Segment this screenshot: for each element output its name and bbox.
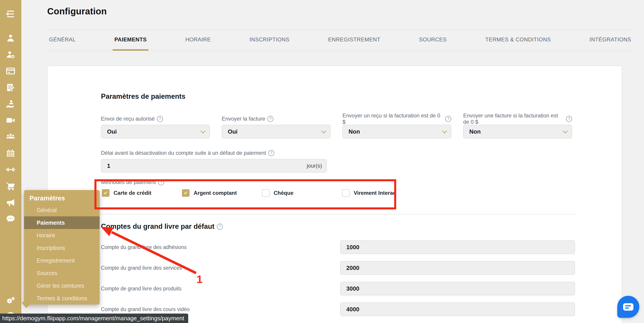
groups-icon[interactable] bbox=[6, 132, 16, 142]
ledger-adhesions-input[interactable]: 1000 bbox=[340, 240, 575, 254]
ledger-section-title-text: Comptes du grand livre par défaut bbox=[101, 222, 214, 230]
tab-paiements[interactable]: PAIEMENTS bbox=[113, 30, 149, 50]
tab-inscriptions[interactable]: INSCRIPTIONS bbox=[248, 30, 292, 50]
clients-icon[interactable] bbox=[6, 33, 16, 44]
payments-icon[interactable] bbox=[6, 66, 16, 76]
member-care-icon[interactable] bbox=[6, 99, 16, 109]
settings-popup-title: Paramètres bbox=[24, 190, 100, 204]
ledger-cours-video-input[interactable]: 4000 bbox=[340, 302, 575, 316]
field-label: Envoyer un reçu si la facturation est de… bbox=[342, 116, 451, 122]
field-label: Délai avant la désactivation du compte s… bbox=[101, 150, 327, 156]
contracts-icon[interactable] bbox=[6, 82, 16, 93]
help-icon[interactable]: ? bbox=[445, 116, 451, 122]
help-icon[interactable]: ? bbox=[217, 224, 223, 230]
facture-zero-select[interactable]: Non bbox=[463, 125, 572, 138]
menu-item-termes[interactable]: Termes & conditions bbox=[24, 292, 100, 304]
section-divider bbox=[101, 214, 576, 214]
settings-gear-icon[interactable] bbox=[6, 296, 16, 306]
ledger-section-title: Comptes du grand livre par défaut ? bbox=[101, 222, 575, 230]
menu-item-enregistrement[interactable]: Enregistrement bbox=[24, 254, 100, 267]
transfer-menu-icon[interactable] bbox=[6, 9, 16, 19]
payments-settings-card: Paramètres de paiements Envoi de reçu au… bbox=[47, 66, 622, 323]
delai-input[interactable]: 1 jour(s) bbox=[101, 159, 327, 172]
field-label: Méthodes de paiement ? bbox=[101, 179, 575, 186]
chat-widget-button[interactable] bbox=[617, 296, 639, 318]
menu-item-paiements[interactable]: Paiements bbox=[24, 216, 100, 229]
field-delai: Délai avant la désactivation du compte s… bbox=[101, 150, 327, 172]
payments-section-title: Paramètres de paiements bbox=[101, 92, 575, 100]
chevron-down-icon bbox=[200, 128, 206, 134]
payment-methods-block: Méthodes de paiement ? ✔ Carte de crédit… bbox=[101, 179, 575, 197]
help-icon[interactable]: ? bbox=[268, 150, 274, 156]
ledger-rows: Compte du grand livre des adhésions 1000… bbox=[101, 240, 575, 316]
chevron-down-icon bbox=[442, 128, 447, 134]
checkbox-checked[interactable]: ✔ bbox=[102, 189, 110, 197]
checkbox-checked[interactable]: ✔ bbox=[182, 189, 190, 197]
help-icon[interactable]: ? bbox=[566, 116, 572, 122]
page-title: Configuration bbox=[47, 6, 107, 16]
field-label: Envoyer une facture si la facturation es… bbox=[463, 116, 572, 122]
method-argent-comptant[interactable]: ✔ Argent comptant bbox=[182, 189, 262, 197]
page: Configuration GÉNÉRAL PAIEMENTS HORAIRE … bbox=[0, 0, 644, 323]
method-virement-interac[interactable]: Virement Interac bbox=[342, 189, 422, 197]
tab-integrations[interactable]: INTÉGRATIONS bbox=[588, 30, 633, 50]
ledger-row-services: Compte du grand livre des services 2000 bbox=[101, 261, 575, 275]
help-icon[interactable]: ? bbox=[158, 179, 164, 185]
payment-methods-row: ✔ Carte de crédit ✔ Argent comptant Chèq… bbox=[102, 189, 575, 197]
envoyer-facture-select[interactable]: Oui bbox=[222, 125, 330, 138]
menu-item-general[interactable]: Général bbox=[24, 204, 100, 216]
ledger-services-input[interactable]: 2000 bbox=[340, 261, 575, 275]
field-recu-zero: Envoyer un reçu si la facturation est de… bbox=[342, 116, 451, 138]
link-status-bar: https://demogym.fliipapp.com/management/… bbox=[0, 314, 188, 323]
chevron-down-icon bbox=[321, 128, 326, 134]
tab-horaire[interactable]: HORAIRE bbox=[184, 30, 213, 50]
field-label: Envoi de reçu autorisé ? bbox=[101, 116, 210, 122]
menu-item-ceintures[interactable]: Gérer les ceintures bbox=[24, 279, 100, 292]
shop-cart-icon[interactable] bbox=[6, 181, 16, 191]
field-label: Envoyer la facture ? bbox=[222, 116, 330, 122]
envoi-recu-select[interactable]: Oui bbox=[101, 125, 210, 138]
checkbox-unchecked[interactable] bbox=[262, 189, 270, 197]
field-envoi-recu: Envoi de reçu autorisé ? Oui bbox=[101, 116, 210, 138]
ledger-row-adhesions: Compte du grand livre des adhésions 1000 bbox=[101, 240, 575, 254]
method-carte-credit[interactable]: ✔ Carte de crédit bbox=[102, 189, 182, 197]
tab-enregistrement[interactable]: ENREGISTREMENT bbox=[326, 30, 382, 50]
payments-section-title-text: Paramètres de paiements bbox=[101, 92, 186, 100]
gym-dumbbell-icon[interactable] bbox=[6, 164, 16, 175]
chat-message-icon bbox=[623, 303, 634, 311]
video-icon[interactable] bbox=[6, 115, 16, 126]
messages-icon[interactable] bbox=[6, 214, 16, 224]
help-icon[interactable]: ? bbox=[157, 116, 163, 122]
menu-item-inscriptions[interactable]: Inscriptions bbox=[24, 242, 100, 254]
help-icon[interactable]: ? bbox=[267, 116, 274, 122]
user-settings-icon[interactable] bbox=[6, 50, 16, 60]
checkbox-unchecked[interactable] bbox=[342, 189, 350, 197]
method-cheque[interactable]: Chèque bbox=[262, 189, 342, 197]
recu-zero-select[interactable]: Non bbox=[342, 125, 451, 138]
field-facture-zero: Envoyer une facture si la facturation es… bbox=[463, 116, 572, 138]
tab-sources[interactable]: SOURCES bbox=[417, 30, 448, 50]
chevron-down-icon bbox=[563, 128, 568, 134]
delai-suffix: jour(s) bbox=[307, 162, 322, 169]
tab-general[interactable]: GÉNÉRAL bbox=[47, 30, 78, 50]
settings-popup-menu: Paramètres Général Paiements Horaire Ins… bbox=[24, 190, 100, 304]
field-envoyer-facture: Envoyer la facture ? Oui bbox=[222, 116, 330, 138]
marketing-megaphone-icon[interactable] bbox=[6, 197, 16, 208]
menu-item-horaire[interactable]: Horaire bbox=[24, 229, 100, 242]
tab-termes-conditions[interactable]: TERMES & CONDITIONS bbox=[484, 30, 552, 50]
calendar-icon[interactable] bbox=[6, 148, 16, 158]
ledger-row-produits: Compte de grand livre des produits 3000 bbox=[101, 282, 575, 295]
ledger-produits-input[interactable]: 3000 bbox=[340, 282, 575, 295]
sidebar bbox=[0, 0, 21, 323]
menu-item-sources[interactable]: Sources bbox=[24, 267, 100, 279]
payment-options-row: Envoi de reçu autorisé ? Oui Envoyer la … bbox=[101, 116, 575, 138]
config-tabbar: GÉNÉRAL PAIEMENTS HORAIRE INSCRIPTIONS E… bbox=[47, 30, 633, 51]
